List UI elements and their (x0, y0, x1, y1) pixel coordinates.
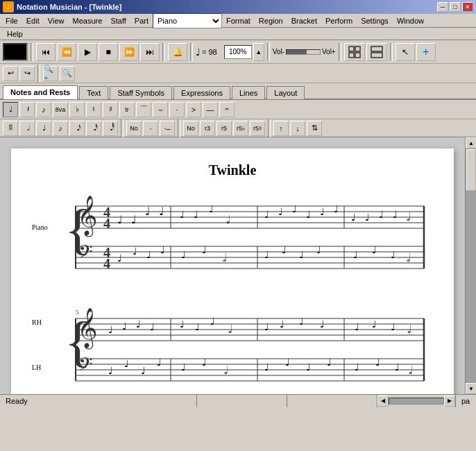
vertical-scrollbar: ▲ ▼ (465, 137, 476, 394)
fast-forward-button[interactable]: ⏩ (119, 43, 139, 61)
menu-file[interactable]: File (1, 15, 22, 27)
close-button[interactable]: ✕ (462, 2, 473, 12)
tab-text[interactable]: Text (79, 86, 108, 99)
menu-edit[interactable]: Edit (22, 15, 44, 27)
note-btn-16th[interactable]: 𝅘𝅥𝅯 (69, 121, 85, 136)
note-btn-r3[interactable]: r3 (200, 121, 215, 136)
play-button[interactable]: ▶ (78, 43, 97, 61)
note-btn-8va[interactable]: 8va (53, 102, 68, 117)
note-btn-beam-auto[interactable]: ⇅ (307, 121, 322, 136)
score-title: Twinkle (32, 162, 433, 178)
search-button[interactable]: 🔍 (60, 66, 75, 81)
toolbar-separator-6 (390, 43, 393, 61)
note-btn-r5b[interactable]: r5♭ (233, 121, 248, 136)
rewind-to-start-button[interactable]: ⏮ (36, 43, 56, 61)
menu-format[interactable]: Format (222, 15, 255, 27)
note-btn-eighth2[interactable]: ♪ (53, 121, 68, 136)
menu-help[interactable]: Help (3, 28, 27, 40)
note-btn-r5s[interactable]: r5♯ (250, 121, 265, 136)
hscroll-track[interactable] (389, 398, 444, 405)
svg-text:♩: ♩ (320, 207, 325, 217)
hscroll-left-button[interactable]: ◀ (377, 395, 389, 407)
menu-bracket[interactable]: Bracket (287, 15, 321, 27)
svg-text:♩: ♩ (393, 210, 398, 220)
note-btn-whole[interactable]: 𝄝 (3, 121, 18, 136)
note-btn-dot[interactable]: · (143, 121, 158, 136)
metronome-button[interactable]: 🔔 (168, 43, 187, 61)
menu-view[interactable]: View (44, 15, 69, 27)
skip-to-end-button[interactable]: ⏭ (140, 43, 160, 61)
note-btn-beam-down[interactable]: ↓ (290, 121, 305, 136)
tab-lines[interactable]: Lines (232, 86, 265, 99)
svg-text:♩: ♩ (180, 319, 185, 330)
note-btn-dotdash[interactable]: ·– (160, 121, 175, 136)
scroll-thumb[interactable] (466, 149, 476, 191)
redo-button[interactable]: ↪ (19, 66, 35, 81)
scroll-up-button[interactable]: ▲ (466, 137, 476, 148)
scroll-track[interactable] (466, 148, 476, 383)
svg-text:♩: ♩ (131, 214, 137, 226)
volume-slider[interactable] (286, 49, 321, 55)
note-btn-natural[interactable]: ♮ (86, 102, 101, 117)
menu-window[interactable]: Window (393, 15, 428, 27)
note-btn-sharp[interactable]: ♯ (103, 102, 118, 117)
note-btn-no2[interactable]: No (183, 121, 198, 136)
note-btn-beam-up[interactable]: ↑ (273, 121, 289, 136)
note-btn-staccato[interactable]: · (169, 102, 185, 117)
instrument-select[interactable]: Piano Violin Guitar (153, 13, 222, 28)
svg-rect-5 (371, 53, 382, 58)
menu-part[interactable]: Part (130, 15, 153, 27)
note-btn-tie[interactable]: ⌒ (136, 102, 151, 117)
note-btn-rest[interactable]: 𝄽 (19, 102, 35, 117)
menu-region[interactable]: Region (255, 15, 287, 27)
note-btn-eighth[interactable]: ♪ (36, 102, 51, 117)
main-toolbar: ⏮ ⏪ ▶ ■ ⏩ ⏭ 🔔 ♩ = 98 ▲ Vol- Vol+ (0, 40, 476, 64)
note-btn-quarter2[interactable]: ♩ (36, 121, 51, 136)
grid-view-1-button[interactable] (344, 43, 365, 61)
tab-staff-symbols[interactable]: Staff Symbols (110, 86, 172, 99)
svg-text:𝄞: 𝄞 (77, 196, 98, 237)
note-btn-no[interactable]: No (126, 121, 142, 136)
svg-text:♩: ♩ (391, 322, 396, 332)
scroll-down-button[interactable]: ▼ (466, 383, 476, 394)
status-center2 (287, 395, 377, 407)
menu-settings[interactable]: Settings (357, 15, 393, 27)
note-btn-64th[interactable]: 𝅘𝅥𝅱 (103, 121, 118, 136)
tab-layout[interactable]: Layout (266, 86, 305, 99)
menu-perform[interactable]: Perform (321, 15, 357, 27)
menu-staff[interactable]: Staff (106, 15, 130, 27)
score-area: Twinkle Piano { 𝄞 4 4 (0, 137, 465, 394)
note-btn-half[interactable]: 𝅗𝅥 (19, 121, 35, 136)
minimize-button[interactable]: ─ (437, 2, 448, 12)
svg-text:♩: ♩ (150, 322, 155, 332)
note-btn-r5[interactable]: r5 (216, 121, 232, 136)
menu-bar: File Edit View Measure Staff Part Piano … (0, 14, 476, 28)
rewind-button[interactable]: ⏪ (57, 43, 76, 61)
maximize-button[interactable]: □ (450, 2, 461, 12)
cursor-button[interactable]: ↖ (396, 43, 415, 61)
note-btn-tenuto[interactable]: — (203, 102, 218, 117)
undo-button[interactable]: ↩ (3, 66, 18, 81)
note-btn-trill[interactable]: tr (119, 102, 135, 117)
note-btn-flat[interactable]: ♭ (69, 102, 85, 117)
svg-text:♩: ♩ (180, 210, 185, 220)
note-btn-quarter[interactable]: ♩ (3, 102, 18, 117)
svg-text:𝅗𝅥: 𝅗𝅥 (407, 212, 410, 221)
note-btn-32nd[interactable]: 𝅘𝅥𝅰 (86, 121, 101, 136)
color-picker[interactable] (3, 43, 28, 61)
tab-notes-rests[interactable]: Notes and Rests (3, 85, 78, 99)
zoom-input[interactable] (224, 45, 252, 59)
grid-view-2-button[interactable] (366, 43, 387, 61)
stop-button[interactable]: ■ (99, 43, 118, 61)
add-button[interactable]: + (416, 43, 436, 61)
menu-measure[interactable]: Measure (69, 15, 107, 27)
note-btn-accent[interactable]: > (186, 102, 201, 117)
svg-text:♩: ♩ (355, 322, 359, 332)
hscroll-right-button[interactable]: ▶ (444, 395, 455, 407)
title-bar: ♩ Notation Musician - [Twinkle] ─ □ ✕ (0, 0, 476, 14)
tab-expressions[interactable]: Expressions (173, 86, 230, 99)
zoom-up-button[interactable]: ▲ (253, 43, 264, 61)
search-add-button[interactable]: 🔍+ (43, 66, 58, 81)
note-btn-ornament[interactable]: 𝄐 (219, 102, 235, 117)
note-btn-slur[interactable]: ⌣ (153, 102, 168, 117)
